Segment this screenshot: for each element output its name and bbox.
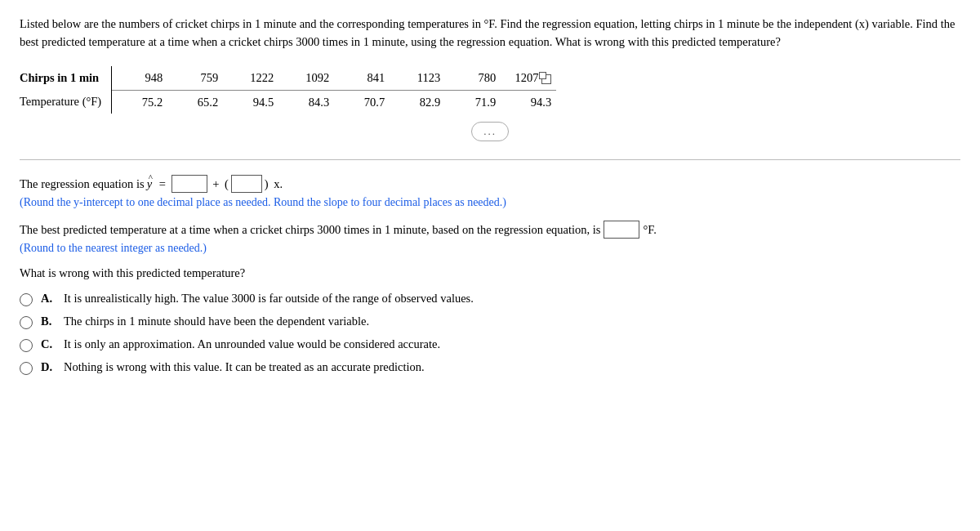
temps-cell: 65.2 — [167, 91, 223, 114]
divider — [20, 159, 960, 160]
paren-close: ) — [265, 177, 269, 191]
option-text: The chirps in 1 minute should have been … — [64, 315, 369, 328]
radio-option-C[interactable] — [20, 339, 33, 352]
radio-option-A[interactable] — [20, 293, 33, 306]
intro-text: Listed below are the numbers of cricket … — [20, 15, 960, 51]
equation-section: The regression equation is ^ y = + ( ) x… — [20, 175, 960, 209]
table-data: 9487591222109284111237801207 75.265.294.… — [111, 66, 556, 114]
yhat-symbol: ^ y — [147, 177, 152, 191]
ellipsis-button[interactable]: ... — [471, 122, 509, 141]
x-label: x. — [271, 177, 283, 191]
temps-cell: 94.3 — [501, 91, 556, 114]
option-text: It is only an approximation. An unrounde… — [64, 337, 440, 351]
option-letter: C. — [41, 337, 56, 351]
temps-cell: 94.5 — [223, 91, 278, 114]
best-pred-suffix: °F. — [643, 223, 656, 237]
chirps-cell: 759 — [167, 66, 223, 90]
row2-label: Temperature (°F) — [20, 90, 101, 114]
option-item[interactable]: C.It is only an approximation. An unroun… — [20, 337, 960, 352]
radio-option-B[interactable] — [20, 316, 33, 329]
temps-cell: 71.9 — [445, 91, 501, 114]
option-item[interactable]: A.It is unrealistically high. The value … — [20, 292, 960, 306]
option-text: Nothing is wrong with this value. It can… — [64, 360, 425, 374]
ellipsis-button-wrapper: ... — [20, 122, 960, 141]
best-pred-section: The best predicted temperature at a time… — [20, 221, 960, 255]
chirps-row: 9487591222109284111237801207 — [112, 66, 556, 91]
chirps-cell: 780 — [445, 66, 501, 90]
row1-label: Chirps in 1 min — [20, 66, 101, 90]
row-labels: Chirps in 1 min Temperature (°F) — [20, 66, 101, 113]
what-wrong-title: What is wrong with this predicted temper… — [20, 266, 960, 280]
data-table: Chirps in 1 min Temperature (°F) 9487591… — [20, 66, 960, 114]
chirps-cell: 1207 — [501, 66, 556, 90]
equation-round-note: (Round the y-intercept to one decimal pl… — [20, 196, 960, 209]
option-item[interactable]: B.The chirps in 1 minute should have bee… — [20, 315, 960, 329]
best-pred-prefix: The best predicted temperature at a time… — [20, 223, 600, 237]
chirps-cell: 1092 — [278, 66, 334, 90]
option-text: It is unrealistically high. The value 30… — [64, 292, 474, 306]
paren-open: ( — [225, 177, 229, 191]
chirps-cell: 1222 — [223, 66, 278, 90]
option-item[interactable]: D.Nothing is wrong with this value. It c… — [20, 360, 960, 375]
equation-line: The regression equation is ^ y = + ( ) x… — [20, 175, 960, 193]
temps-cell: 70.7 — [334, 91, 390, 114]
chirps-cell: 948 — [112, 66, 167, 90]
options-list: A.It is unrealistically high. The value … — [20, 292, 960, 375]
y-intercept-input[interactable] — [172, 175, 207, 193]
option-letter: D. — [41, 360, 56, 374]
temps-row: 75.265.294.584.370.782.971.994.3 — [112, 91, 556, 114]
best-pred-round-note: (Round to the nearest integer as needed.… — [20, 242, 960, 255]
temps-cell: 84.3 — [278, 91, 334, 114]
temps-cell: 82.9 — [390, 91, 445, 114]
option-letter: B. — [41, 315, 56, 328]
slope-input[interactable] — [231, 175, 262, 193]
plus-sign: + — [210, 177, 222, 191]
temps-cell: 75.2 — [112, 91, 167, 114]
chirps-cell: 841 — [334, 66, 390, 90]
option-letter: A. — [41, 292, 56, 306]
equals-sign: = — [156, 177, 168, 191]
best-pred-input[interactable] — [604, 221, 639, 239]
radio-option-D[interactable] — [20, 362, 33, 375]
chirps-cell: 1123 — [390, 66, 445, 90]
best-pred-line: The best predicted temperature at a time… — [20, 221, 960, 239]
equation-prefix: The regression equation is — [20, 177, 145, 191]
